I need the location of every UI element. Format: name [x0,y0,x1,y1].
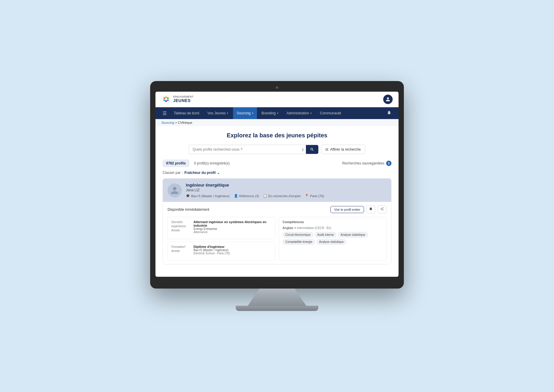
skill-tag: Audit interne [315,232,337,238]
search-button[interactable] [306,145,318,154]
action-buttons: Voir le profil entier [330,205,386,213]
location-icon: 📍 [305,194,309,198]
skill-tag: Comptabilité énergie [283,239,315,245]
availability-text: Disponible immédiatement [168,207,209,212]
nav-item-communaute[interactable]: Communauté [317,107,345,119]
experience-label: Dernière expérience Année [171,220,191,234]
stats-left: 9782 profils 0 profil(s) enregistré(s) [163,159,230,167]
profile-job-title: Ingénieur énergétique [186,183,386,187]
reference-icon: 👤 [234,194,238,198]
svg-point-2 [165,96,167,98]
branding-chevron-icon: ▾ [277,112,278,115]
monitor-stand [248,289,306,306]
profile-card: Ingénieur énergétique Jana LIZ 🎓 Bac+5 (… [163,178,391,264]
sort-chevron-icon: ⌄ [217,171,220,175]
formation-item: Formation* Année Diplôme d'ingénieur Bac… [171,245,271,255]
page-title: Explorez la base des jeunes pépites [163,132,391,139]
search-input[interactable] [189,145,300,154]
view-profile-button[interactable]: Voir le profil entier [330,206,364,213]
svg-point-6 [163,99,165,101]
nav-item-sourcing[interactable]: Sourcing ▾ [233,107,257,119]
nav-bell-icon[interactable] [384,108,394,118]
status-icon: 📋 [263,194,267,198]
camera-dot [276,86,278,89]
avatar [168,183,182,197]
svg-point-1 [163,97,165,99]
sort-row: Classer par : Fraîcheur du profil ⌄ [163,171,391,175]
profile-info: Ingénieur énergétique Jana LIZ 🎓 Bac+5 (… [186,183,386,198]
profile-status-tag: 📋 En recherche d'emploi [263,194,301,198]
administration-chevron-icon: ▾ [310,112,312,115]
profile-tags: 🎓 Bac+5 (Master / Ingénieur) 👤 Référence… [186,194,386,198]
svg-point-3 [167,97,169,99]
svg-point-5 [165,100,167,102]
vosjeunes-chevron-icon: ▾ [227,112,228,115]
monitor-screen: ENGAGEMENT JEUNES ☰ Tableau de bord Vos … [155,92,399,277]
experience-formation-section: Dernière expérience Année Alternant ingé… [168,217,275,261]
nav-item-tableau[interactable]: Tableau de bord [170,107,203,119]
formation-section: Formation* Année Diplôme d'ingénieur Bac… [168,242,275,261]
nav-hamburger[interactable]: ☰ [160,109,169,118]
sort-dropdown[interactable]: Fraîcheur du profil ⌄ [184,171,220,175]
search-input-wrapper: ℹ [189,145,319,154]
nav-bar: ☰ Tableau de bord Vos Jeunes ▾ Sourcing … [155,107,399,119]
monitor-base [236,306,318,311]
saved-count: 0 profil(s) enregistré(s) [194,161,230,165]
logo-area: ENGAGEMENT JEUNES [161,95,194,104]
skill-tags: Circuit électronique Audit interne Analy… [283,232,383,245]
logo-jeunes: JEUNES [173,98,194,103]
user-icon-button[interactable] [383,95,393,104]
filter-button[interactable]: ⊟ Affiner la recherche [321,145,365,154]
skill-tag: Circuit électronique [283,232,313,238]
profile-education-tag: 🎓 Bac+5 (Master / Ingénieur) [186,194,230,198]
saved-searches[interactable]: Recherches sauvegardées 0 [342,161,391,166]
profile-reference-tag: 👤 Référence (3) [234,194,259,198]
main-content: Explorez la base des jeunes pépites ℹ ⊟ … [155,126,399,277]
search-info-icon[interactable]: ℹ [300,147,306,152]
bookmark-button[interactable] [366,205,375,213]
formation-value: Diplôme d'ingénieur Bac+5 (Master / Ingé… [194,245,271,255]
experience-value: Alternant ingénieur en systèmes électriq… [194,220,271,234]
profile-body: Disponible immédiatement Voir le profil … [163,202,391,264]
nav-item-branding[interactable]: Branding ▾ [258,107,282,119]
nav-item-vosjeunes[interactable]: Vos Jeunes ▾ [204,107,232,119]
breadcrumb: Sourcing > CVthèque [155,119,399,126]
breadcrumb-sourcing[interactable]: Sourcing [161,121,174,124]
profile-header: Ingénieur énergétique Jana LIZ 🎓 Bac+5 (… [163,179,391,202]
search-row: ℹ ⊟ Affiner la recherche [163,145,391,154]
formation-label: Formation* Année [171,245,191,255]
monitor-wrapper: ENGAGEMENT JEUNES ☰ Tableau de bord Vos … [150,81,404,311]
monitor-body: ENGAGEMENT JEUNES ☰ Tableau de bord Vos … [150,81,404,289]
sourcing-chevron-icon: ▾ [252,112,253,115]
filter-icon: ⊟ [325,147,328,151]
logo-text: ENGAGEMENT JEUNES [173,95,194,103]
skill-tag: Analyse statistique [338,232,368,238]
availability-row: Disponible immédiatement Voir le profil … [168,205,386,213]
logo-icon [161,95,171,104]
skills-section: Compétences Anglais > intermédiaire (CEC… [279,217,386,261]
experience-section: Dernière expérience Année Alternant ingé… [168,217,275,239]
breadcrumb-separator: > [175,121,178,124]
top-bar: ENGAGEMENT JEUNES [155,92,399,107]
breadcrumb-current: CVthèque [178,121,192,124]
profile-name: Jana LIZ [186,188,386,192]
language-row: Anglais > intermédiaire (CECR : B1) [283,226,383,230]
experience-item: Dernière expérience Année Alternant ingé… [171,220,271,234]
share-button[interactable] [378,205,386,213]
saved-searches-badge: 0 [386,161,391,166]
svg-point-4 [167,99,169,101]
education-icon: 🎓 [186,194,190,198]
stats-row: 9782 profils 0 profil(s) enregistré(s) R… [163,159,391,167]
profiles-count-badge: 9782 profils [163,159,189,167]
skill-tag: Analyse statistique [317,239,346,245]
nav-item-administration[interactable]: Administration ▾ [283,107,315,119]
details-grid: Dernière expérience Année Alternant ingé… [168,217,386,261]
profile-location-tag: 📍 Paris (76) [305,194,324,198]
